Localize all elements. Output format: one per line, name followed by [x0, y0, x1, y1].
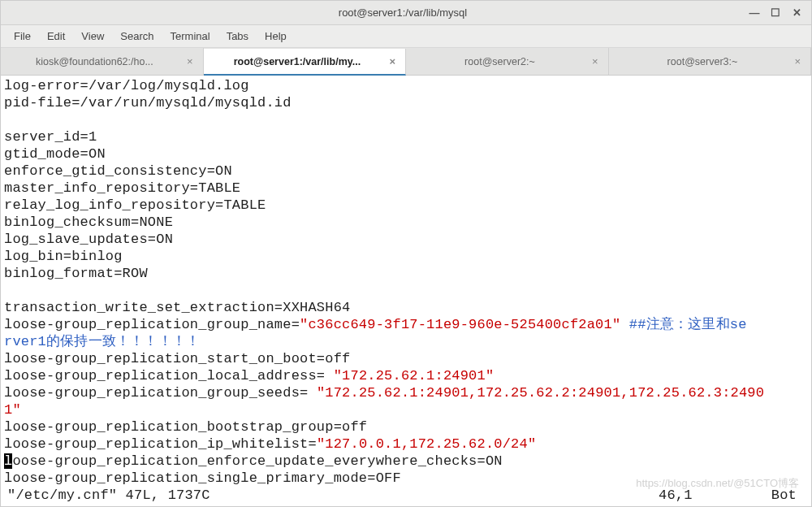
config-line: gtid_mode=ON [4, 145, 808, 162]
config-line: loose-group_replication_group_seeds= "17… [4, 384, 808, 401]
config-line: loose-group_replication_single_primary_m… [4, 470, 808, 487]
config-line: binlog_format=ROW [4, 265, 808, 282]
menu-bar: File Edit View Search Terminal Tabs Help [1, 25, 811, 48]
tab-kiosk[interactable]: kiosk@foundation62:/ho... × [1, 48, 204, 75]
config-value: 1" [4, 401, 808, 418]
maximize-button[interactable]: ☐ [771, 8, 780, 18]
close-button[interactable]: ✕ [792, 8, 801, 18]
config-value: "172.25.62.1:24901" [334, 368, 495, 384]
config-line: transaction_write_set_extraction=XXHASH6… [4, 299, 808, 316]
status-scroll: Bot [756, 487, 805, 504]
terminal-window: root@server1:/var/lib/mysql — ☐ ✕ File E… [0, 0, 812, 507]
close-icon[interactable]: × [187, 55, 193, 67]
terminal-output[interactable]: log-error=/var/log/mysqld.log pid-file=/… [1, 76, 811, 506]
config-key: loose-group_replication_group_name= [4, 317, 300, 332]
config-line: binlog_checksum=NONE [4, 214, 808, 231]
tab-label: kiosk@foundation62:/ho... [11, 56, 179, 67]
vim-statusline: "/etc/my.cnf" 47L, 1737C 46,1 Bot [4, 487, 808, 504]
window-title: root@server1:/var/lib/mysql [56, 6, 749, 19]
window-titlebar: root@server1:/var/lib/mysql — ☐ ✕ [1, 1, 811, 25]
menu-view[interactable]: View [73, 27, 112, 46]
vim-cursor: l [4, 453, 12, 469]
config-line: server_id=1 [4, 128, 808, 145]
tab-server1[interactable]: root@server1:/var/lib/my... × [204, 49, 407, 76]
tab-server3[interactable]: root@server3:~ × [609, 48, 812, 75]
menu-file[interactable]: File [6, 27, 39, 46]
config-key: loose-group_replication_group_seeds= [4, 385, 317, 401]
config-comment: ##注意：这里和se [620, 317, 746, 332]
config-value: "127.0.0.1,172.25.62.0/24" [317, 436, 536, 452]
config-value: "172.25.62.1:24901,172.25.62.2:24901,172… [317, 385, 764, 401]
menu-tabs[interactable]: Tabs [218, 27, 257, 46]
config-line: loose-group_replication_start_on_boot=of… [4, 350, 808, 367]
config-value: "c36cc649-3f17-11e9-960e-525400cf2a01" [300, 317, 620, 332]
config-comment: rver1的保持一致！！！！！！ [4, 333, 808, 350]
config-line: relay_log_info_repository=TABLE [4, 197, 808, 214]
config-line [4, 111, 808, 128]
config-line: loose-group_replication_enforce_update_e… [4, 453, 808, 470]
config-key: oose-group_replication_enforce_update_ev… [12, 453, 502, 469]
tab-label: root@server3:~ [619, 56, 787, 67]
config-line: master_info_repository=TABLE [4, 180, 808, 197]
close-icon[interactable]: × [592, 55, 598, 67]
config-line: loose-group_replication_ip_whitelist="12… [4, 436, 808, 453]
tab-bar: kiosk@foundation62:/ho... × root@server1… [1, 48, 811, 76]
config-line [4, 282, 808, 299]
menu-terminal[interactable]: Terminal [162, 27, 218, 46]
status-filename: "/etc/my.cnf" 47L, 1737C [7, 487, 659, 504]
tab-server2[interactable]: root@server2:~ × [406, 48, 609, 75]
tab-label: root@server1:/var/lib/my... [214, 56, 382, 67]
close-icon[interactable]: × [794, 55, 801, 67]
close-icon[interactable]: × [389, 55, 395, 67]
config-line: pid-file=/var/run/mysqld/mysqld.id [4, 94, 808, 111]
minimize-button[interactable]: — [749, 8, 759, 18]
config-line: loose-group_replication_group_name="c36c… [4, 316, 808, 333]
menu-help[interactable]: Help [257, 27, 295, 46]
config-key: loose-group_replication_ip_whitelist= [4, 436, 317, 452]
tab-label: root@server2:~ [416, 56, 584, 67]
config-line: log-error=/var/log/mysqld.log [4, 77, 808, 94]
status-position: 46,1 [659, 487, 756, 504]
config-line: loose-group_replication_local_address= "… [4, 367, 808, 384]
config-line: log_slave_updates=ON [4, 231, 808, 248]
config-line: loose-group_replication_bootstrap_group=… [4, 418, 808, 436]
window-controls: — ☐ ✕ [749, 8, 805, 18]
menu-search[interactable]: Search [112, 27, 162, 46]
config-line: enforce_gtid_consistency=ON [4, 162, 808, 180]
config-line: log_bin=binlog [4, 248, 808, 265]
menu-edit[interactable]: Edit [39, 27, 73, 46]
config-key: loose-group_replication_local_address= [4, 368, 334, 384]
